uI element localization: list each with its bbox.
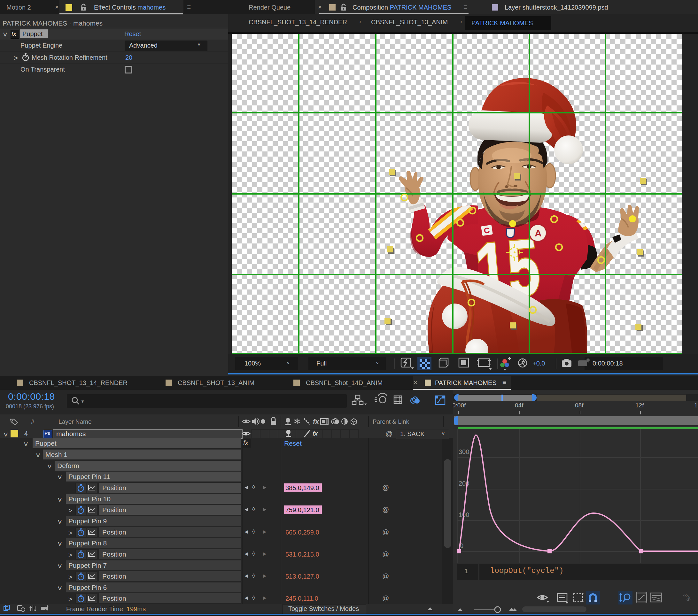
- svg-text:y: y: [688, 594, 690, 600]
- svg-text:+0.0: +0.0: [532, 360, 545, 367]
- svg-text:fx: fx: [313, 418, 319, 425]
